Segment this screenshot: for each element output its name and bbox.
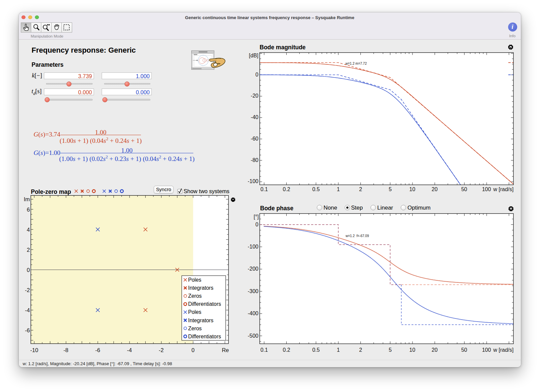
svg-text:Differentiators: Differentiators [188,334,221,339]
svg-text:Poles: Poles [188,309,202,315]
svg-text:Zeros: Zeros [188,293,202,299]
svg-text:Zeros: Zeros [188,326,202,331]
svg-text:Integrators: Integrators [188,318,214,323]
svg-text:Integrators: Integrators [188,285,214,291]
svg-text:Poles: Poles [188,277,202,283]
svg-text:Differentiators: Differentiators [188,301,221,307]
